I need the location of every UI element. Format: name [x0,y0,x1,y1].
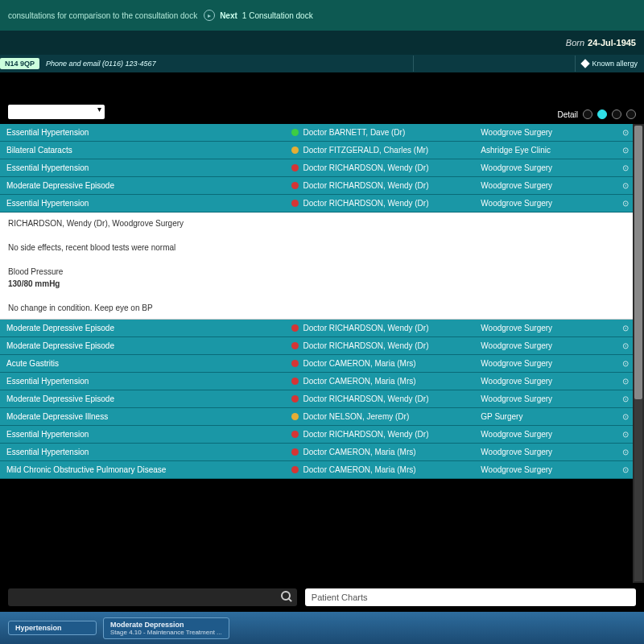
status-dot-icon [291,147,299,154]
consultation-row[interactable]: Acute GastritisDoctor CAMERON, Maria (Mr… [0,355,633,373]
expand-icon[interactable]: ⊙ [618,146,633,155]
expand-icon[interactable]: ⊙ [618,199,633,208]
row-doctor: Doctor RICHARDSON, Wendy (Dr) [291,163,481,172]
expand-icon[interactable]: ⊙ [618,377,633,386]
row-title: Moderate Depressive Episode [0,394,291,403]
status-dot-icon [291,200,299,207]
row-location: Woodgrove Surgery [481,324,618,332]
row-doctor: Doctor RICHARDSON, Wendy (Dr) [291,181,481,190]
search-icon [281,591,292,602]
row-title: Essential Hypertension [0,448,291,456]
row-title: Moderate Depressive Episode [0,324,291,332]
bottom-tool-bar: Patient Charts [0,583,644,612]
search-input[interactable] [8,588,297,606]
condition-chip[interactable]: Moderate Depression Stage 4.10 - Mainten… [103,617,229,639]
consultation-row[interactable]: Essential HypertensionDoctor RICHARDSON,… [0,159,633,177]
row-location: Woodgrove Surgery [481,128,618,137]
row-location: Woodgrove Surgery [481,163,618,172]
consultation-row[interactable]: Moderate Depressive IllnessDoctor NELSON… [0,408,633,426]
scrollbar-track[interactable] [634,126,642,581]
row-location: Woodgrove Surgery [481,465,618,474]
detail-option-1[interactable] [583,109,592,119]
row-title: Essential Hypertension [0,430,291,439]
arrow-right-icon: ▸ [204,10,215,21]
condition-chip[interactable]: Hypertension [8,621,97,635]
expand-icon[interactable]: ⊙ [618,430,633,439]
consultation-row[interactable]: Essential HypertensionDoctor RICHARDSON,… [0,195,633,213]
status-dot-icon [291,378,299,385]
filter-dropdown[interactable] [8,105,105,119]
expand-icon[interactable]: ⊙ [618,359,633,368]
detail-note: No change in condition. Keep eye on BP [8,302,625,314]
born-value: 24-Jul-1945 [588,38,636,47]
row-location: Woodgrove Surgery [481,430,618,439]
consultation-row[interactable]: Essential HypertensionDoctor CAMERON, Ma… [0,444,633,461]
patient-charts-input[interactable]: Patient Charts [305,588,636,606]
chip-title: Hypertension [15,624,89,632]
row-doctor: Doctor CAMERON, Maria (Mrs) [291,465,481,474]
consultation-row[interactable]: Mild Chronic Obstructive Pulmonary Disea… [0,461,633,479]
consultation-row[interactable]: Moderate Depressive EpisodeDoctor RICHAR… [0,390,633,408]
consultation-row[interactable]: Moderate Depressive EpisodeDoctor RICHAR… [0,320,633,337]
consultation-row[interactable]: Bilateral CataractsDoctor FITZGERALD, Ch… [0,142,633,159]
next-count: 1 Consultation dock [242,11,313,20]
row-location: Woodgrove Surgery [481,341,618,350]
chip-sub: Stage 4.10 - Maintenance Treatment ... [110,629,222,636]
next-step[interactable]: ▸ Next 1 Consultation dock [204,10,313,21]
allergy-indicator[interactable]: Known allergy [576,60,644,68]
status-dot-icon [291,129,299,136]
row-location: Woodgrove Surgery [481,377,618,386]
row-title: Mild Chronic Obstructive Pulmonary Disea… [0,465,291,474]
row-location: Woodgrove Surgery [481,359,618,368]
expand-icon[interactable]: ⊙ [618,465,633,474]
consultation-row[interactable]: Essential HypertensionDoctor RICHARDSON,… [0,426,633,444]
patient-summary-bar: Born 24-Jul-1945 [0,31,644,55]
row-location: GP Surgery [481,412,618,421]
detail-option-4[interactable] [626,109,636,119]
diamond-icon [581,59,590,68]
expand-icon[interactable]: ⊙ [618,412,633,421]
condition-dock: Hypertension Moderate Depression Stage 4… [0,612,644,644]
consultation-list: Essential HypertensionDoctor BARNETT, Da… [0,124,633,583]
chip-title: Moderate Depression [110,621,222,629]
consultation-row[interactable]: Essential HypertensionDoctor BARNETT, Da… [0,124,633,142]
next-label: Next [220,11,237,20]
scrollbar-thumb[interactable] [634,126,642,399]
detail-exam-label: Blood Pressure [8,266,625,278]
status-dot-icon [291,413,299,420]
expand-icon[interactable]: ⊙ [618,128,633,137]
row-doctor: Doctor RICHARDSON, Wendy (Dr) [291,430,481,439]
consultation-row[interactable]: Essential HypertensionDoctor CAMERON, Ma… [0,373,633,390]
row-title: Acute Gastritis [0,359,291,368]
expand-icon[interactable]: ⊙ [618,324,633,332]
born-label: Born [566,38,584,47]
row-title: Essential Hypertension [0,377,291,386]
scrollbar[interactable] [633,124,644,583]
row-doctor: Doctor FITZGERALD, Charles (Mr) [291,146,481,155]
filter-bar: Detail [0,72,644,124]
detail-option-3[interactable] [612,109,621,119]
allergy-label: Known allergy [592,60,638,68]
detail-author: RICHARDSON, Wendy (Dr), Woodgrove Surger… [8,217,625,229]
expand-icon[interactable]: ⊙ [618,448,633,456]
row-title: Moderate Depressive Episode [0,181,291,190]
row-doctor: Doctor CAMERON, Maria (Mrs) [291,448,481,456]
status-dot-icon [291,448,299,456]
expand-icon[interactable]: ⊙ [618,341,633,350]
status-dot-icon [291,360,299,367]
detail-label: Detail [557,110,578,119]
charts-label: Patient Charts [312,592,368,602]
row-title: Bilateral Cataracts [0,146,291,155]
row-doctor: Doctor CAMERON, Maria (Mrs) [291,359,481,368]
status-dot-icon [291,431,299,438]
row-title: Essential Hypertension [0,163,291,172]
expand-icon[interactable]: ⊙ [618,163,633,172]
expand-icon[interactable]: ⊙ [618,394,633,403]
row-doctor: Doctor CAMERON, Maria (Mrs) [291,377,481,386]
detail-option-2[interactable] [597,109,607,119]
row-title: Moderate Depressive Episode [0,341,291,350]
row-location: Woodgrove Surgery [481,394,618,403]
consultation-row[interactable]: Moderate Depressive EpisodeDoctor RICHAR… [0,337,633,355]
consultation-row[interactable]: Moderate Depressive EpisodeDoctor RICHAR… [0,177,633,195]
expand-icon[interactable]: ⊙ [618,181,633,190]
